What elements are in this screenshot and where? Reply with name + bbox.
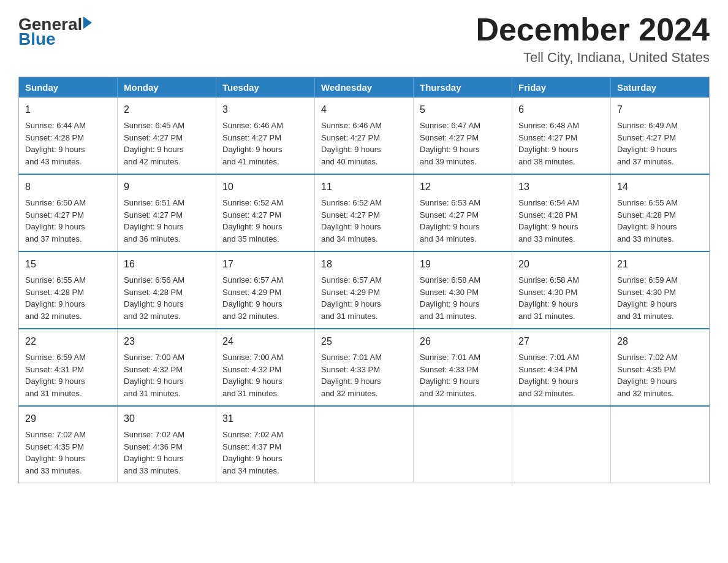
day-number: 26 [420,334,506,349]
calendar-week-3: 15Sunrise: 6:55 AMSunset: 4:28 PMDayligh… [19,251,710,329]
calendar-cell: 8Sunrise: 6:50 AMSunset: 4:27 PMDaylight… [19,174,118,251]
day-info: Sunrise: 6:46 AMSunset: 4:27 PMDaylight:… [321,120,407,167]
calendar-cell [611,406,710,483]
calendar-week-1: 1Sunrise: 6:44 AMSunset: 4:28 PMDaylight… [19,98,710,174]
day-number: 23 [124,334,210,349]
calendar-cell: 20Sunrise: 6:58 AMSunset: 4:30 PMDayligh… [512,251,611,329]
day-info: Sunrise: 7:01 AMSunset: 4:33 PMDaylight:… [321,351,407,399]
calendar-cell: 11Sunrise: 6:52 AMSunset: 4:27 PMDayligh… [315,174,414,251]
day-number: 29 [25,412,111,426]
day-info: Sunrise: 6:44 AMSunset: 4:28 PMDaylight:… [25,120,111,167]
day-number: 9 [124,180,210,194]
day-info: Sunrise: 6:55 AMSunset: 4:28 PMDaylight:… [25,274,111,322]
day-number: 10 [222,180,308,194]
calendar-week-5: 29Sunrise: 7:02 AMSunset: 4:35 PMDayligh… [19,406,710,483]
day-info: Sunrise: 6:59 AMSunset: 4:31 PMDaylight:… [25,351,111,399]
day-info: Sunrise: 6:58 AMSunset: 4:30 PMDaylight:… [518,274,604,322]
calendar-cell: 22Sunrise: 6:59 AMSunset: 4:31 PMDayligh… [19,329,118,406]
day-info: Sunrise: 6:54 AMSunset: 4:28 PMDaylight:… [518,197,604,245]
day-info: Sunrise: 6:55 AMSunset: 4:28 PMDaylight:… [617,197,703,245]
calendar-cell: 7Sunrise: 6:49 AMSunset: 4:27 PMDaylight… [611,98,710,174]
day-number: 2 [124,102,210,117]
day-number: 30 [124,412,210,426]
day-info: Sunrise: 6:47 AMSunset: 4:27 PMDaylight:… [420,120,506,167]
day-number: 7 [617,102,703,117]
day-number: 18 [321,257,407,272]
day-number: 27 [518,334,604,349]
day-info: Sunrise: 6:46 AMSunset: 4:27 PMDaylight:… [222,120,308,167]
day-info: Sunrise: 6:59 AMSunset: 4:30 PMDaylight:… [617,274,703,322]
title-area: December 2024 Tell City, Indiana, United… [476,12,710,66]
day-number: 11 [321,180,407,194]
day-of-week-sunday: Sunday [19,77,118,98]
calendar-cell: 14Sunrise: 6:55 AMSunset: 4:28 PMDayligh… [611,174,710,251]
day-number: 6 [518,102,604,117]
calendar-cell: 25Sunrise: 7:01 AMSunset: 4:33 PMDayligh… [315,329,414,406]
calendar-cell: 2Sunrise: 6:45 AMSunset: 4:27 PMDaylight… [118,98,216,174]
day-number: 17 [222,257,308,272]
calendar-cell: 10Sunrise: 6:52 AMSunset: 4:27 PMDayligh… [216,174,315,251]
day-of-week-saturday: Saturday [611,77,710,98]
calendar-table: SundayMondayTuesdayWednesdayThursdayFrid… [18,77,710,483]
day-of-week-tuesday: Tuesday [216,77,315,98]
location-subtitle: Tell City, Indiana, United States [476,50,710,66]
calendar-cell: 21Sunrise: 6:59 AMSunset: 4:30 PMDayligh… [611,251,710,329]
day-number: 12 [420,180,506,194]
calendar-cell: 27Sunrise: 7:01 AMSunset: 4:34 PMDayligh… [512,329,611,406]
calendar-week-2: 8Sunrise: 6:50 AMSunset: 4:27 PMDaylight… [19,174,710,251]
day-info: Sunrise: 6:48 AMSunset: 4:27 PMDaylight:… [518,120,604,167]
calendar-cell: 5Sunrise: 6:47 AMSunset: 4:27 PMDaylight… [414,98,512,174]
calendar-body: 1Sunrise: 6:44 AMSunset: 4:28 PMDaylight… [19,98,710,483]
day-info: Sunrise: 7:02 AMSunset: 4:36 PMDaylight:… [124,429,210,477]
calendar-cell: 16Sunrise: 6:56 AMSunset: 4:28 PMDayligh… [118,251,216,329]
calendar-week-4: 22Sunrise: 6:59 AMSunset: 4:31 PMDayligh… [19,329,710,406]
day-of-week-thursday: Thursday [414,77,512,98]
logo: General Blue [18,12,92,49]
calendar-header: SundayMondayTuesdayWednesdayThursdayFrid… [19,77,710,98]
day-info: Sunrise: 6:56 AMSunset: 4:28 PMDaylight:… [124,274,210,322]
calendar-cell: 1Sunrise: 6:44 AMSunset: 4:28 PMDaylight… [19,98,118,174]
day-of-week-wednesday: Wednesday [315,77,414,98]
day-of-week-monday: Monday [118,77,216,98]
day-number: 16 [124,257,210,272]
calendar-cell: 17Sunrise: 6:57 AMSunset: 4:29 PMDayligh… [216,251,315,329]
day-info: Sunrise: 7:02 AMSunset: 4:35 PMDaylight:… [25,429,111,477]
calendar-cell: 26Sunrise: 7:01 AMSunset: 4:33 PMDayligh… [414,329,512,406]
calendar-cell: 13Sunrise: 6:54 AMSunset: 4:28 PMDayligh… [512,174,611,251]
month-year-title: December 2024 [476,12,710,47]
day-info: Sunrise: 7:02 AMSunset: 4:37 PMDaylight:… [222,429,308,477]
day-number: 19 [420,257,506,272]
calendar-cell: 29Sunrise: 7:02 AMSunset: 4:35 PMDayligh… [19,406,118,483]
calendar-cell: 31Sunrise: 7:02 AMSunset: 4:37 PMDayligh… [216,406,315,483]
calendar-cell: 9Sunrise: 6:51 AMSunset: 4:27 PMDaylight… [118,174,216,251]
calendar-cell: 12Sunrise: 6:53 AMSunset: 4:27 PMDayligh… [414,174,512,251]
day-info: Sunrise: 6:52 AMSunset: 4:27 PMDaylight:… [222,197,308,245]
day-of-week-friday: Friday [512,77,611,98]
day-info: Sunrise: 6:57 AMSunset: 4:29 PMDaylight:… [321,274,407,322]
day-info: Sunrise: 7:00 AMSunset: 4:32 PMDaylight:… [124,351,210,399]
day-info: Sunrise: 6:50 AMSunset: 4:27 PMDaylight:… [25,197,111,245]
day-number: 28 [617,334,703,349]
days-of-week-row: SundayMondayTuesdayWednesdayThursdayFrid… [19,77,710,98]
day-number: 13 [518,180,604,194]
calendar-cell: 28Sunrise: 7:02 AMSunset: 4:35 PMDayligh… [611,329,710,406]
calendar-cell [315,406,414,483]
day-info: Sunrise: 6:58 AMSunset: 4:30 PMDaylight:… [420,274,506,322]
calendar-cell [512,406,611,483]
day-info: Sunrise: 7:00 AMSunset: 4:32 PMDaylight:… [222,351,308,399]
calendar-cell: 24Sunrise: 7:00 AMSunset: 4:32 PMDayligh… [216,329,315,406]
day-info: Sunrise: 6:45 AMSunset: 4:27 PMDaylight:… [124,120,210,167]
day-info: Sunrise: 7:01 AMSunset: 4:33 PMDaylight:… [420,351,506,399]
day-info: Sunrise: 7:02 AMSunset: 4:35 PMDaylight:… [617,351,703,399]
day-number: 21 [617,257,703,272]
day-number: 25 [321,334,407,349]
calendar-cell: 15Sunrise: 6:55 AMSunset: 4:28 PMDayligh… [19,251,118,329]
page-header: General Blue December 2024 Tell City, In… [18,12,710,66]
logo-blue: Blue [18,29,56,49]
day-info: Sunrise: 7:01 AMSunset: 4:34 PMDaylight:… [518,351,604,399]
day-info: Sunrise: 6:52 AMSunset: 4:27 PMDaylight:… [321,197,407,245]
calendar-cell: 30Sunrise: 7:02 AMSunset: 4:36 PMDayligh… [118,406,216,483]
day-number: 22 [25,334,111,349]
day-info: Sunrise: 6:49 AMSunset: 4:27 PMDaylight:… [617,120,703,167]
day-number: 20 [518,257,604,272]
